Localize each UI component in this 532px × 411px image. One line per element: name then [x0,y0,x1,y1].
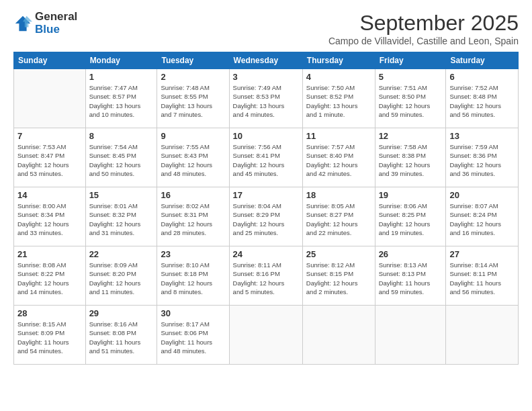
day-number: 5 [379,72,443,82]
calendar-cell [302,306,375,365]
week-row-2: 7Sunrise: 7:53 AM Sunset: 8:47 PM Daylig… [14,128,519,187]
day-info: Sunrise: 8:13 AM Sunset: 8:13 PM Dayligh… [379,261,443,296]
day-info: Sunrise: 7:47 AM Sunset: 8:57 PM Dayligh… [89,83,154,119]
calendar-cell: 1Sunrise: 7:47 AM Sunset: 8:57 PM Daylig… [85,69,157,128]
calendar-cell: 9Sunrise: 7:55 AM Sunset: 8:43 PM Daylig… [157,128,229,187]
calendar-cell: 8Sunrise: 7:54 AM Sunset: 8:45 PM Daylig… [85,128,157,187]
header-day-friday: Friday [375,52,446,69]
day-number: 30 [161,308,225,318]
week-row-1: 1Sunrise: 7:47 AM Sunset: 8:57 PM Daylig… [14,69,519,128]
day-info: Sunrise: 7:50 AM Sunset: 8:52 PM Dayligh… [306,83,371,119]
header-day-monday: Monday [85,52,157,69]
logo-general: General [35,11,77,24]
calendar-cell: 22Sunrise: 8:09 AM Sunset: 8:20 PM Dayli… [85,246,157,306]
day-info: Sunrise: 8:00 AM Sunset: 8:34 PM Dayligh… [17,201,82,237]
calendar-cell: 10Sunrise: 7:56 AM Sunset: 8:41 PM Dayli… [229,128,302,187]
day-info: Sunrise: 7:57 AM Sunset: 8:40 PM Dayligh… [306,142,371,178]
calendar-cell [14,69,86,128]
day-number: 26 [379,249,443,259]
header-day-wednesday: Wednesday [229,52,302,69]
logo-text: General Blue [35,11,77,36]
calendar-cell: 21Sunrise: 8:08 AM Sunset: 8:22 PM Dayli… [14,246,86,306]
day-number: 27 [449,249,515,259]
day-info: Sunrise: 7:54 AM Sunset: 8:45 PM Dayligh… [89,142,154,178]
day-number: 19 [379,190,443,200]
day-info: Sunrise: 7:52 AM Sunset: 8:48 PM Dayligh… [449,83,515,119]
calendar-cell: 17Sunrise: 8:04 AM Sunset: 8:29 PM Dayli… [229,187,302,246]
day-number: 1 [89,72,154,82]
header-day-tuesday: Tuesday [157,52,229,69]
day-info: Sunrise: 8:04 AM Sunset: 8:29 PM Dayligh… [233,201,299,237]
week-row-3: 14Sunrise: 8:00 AM Sunset: 8:34 PM Dayli… [14,187,519,246]
day-info: Sunrise: 8:09 AM Sunset: 8:20 PM Dayligh… [89,261,154,296]
day-number: 9 [161,131,225,141]
calendar-cell: 18Sunrise: 8:05 AM Sunset: 8:27 PM Dayli… [302,187,375,246]
day-info: Sunrise: 8:15 AM Sunset: 8:09 PM Dayligh… [17,320,82,355]
calendar-cell: 30Sunrise: 8:17 AM Sunset: 8:06 PM Dayli… [157,306,229,365]
day-info: Sunrise: 7:58 AM Sunset: 8:38 PM Dayligh… [379,142,443,178]
day-info: Sunrise: 8:08 AM Sunset: 8:22 PM Dayligh… [17,261,82,296]
calendar-cell [375,306,446,365]
header-day-sunday: Sunday [14,52,86,69]
calendar-cell: 28Sunrise: 8:15 AM Sunset: 8:09 PM Dayli… [14,306,86,365]
calendar-cell: 7Sunrise: 7:53 AM Sunset: 8:47 PM Daylig… [14,128,86,187]
day-number: 21 [17,249,82,259]
header: General Blue September 2025 Campo de Vil… [13,11,519,46]
calendar-cell: 5Sunrise: 7:51 AM Sunset: 8:50 PM Daylig… [375,69,446,128]
day-info: Sunrise: 7:56 AM Sunset: 8:41 PM Dayligh… [233,142,299,178]
calendar-header: SundayMondayTuesdayWednesdayThursdayFrid… [14,52,519,69]
header-row: SundayMondayTuesdayWednesdayThursdayFrid… [14,52,519,69]
day-info: Sunrise: 8:16 AM Sunset: 8:08 PM Dayligh… [89,320,154,355]
day-info: Sunrise: 7:49 AM Sunset: 8:53 PM Dayligh… [233,83,299,119]
calendar-cell [446,306,519,365]
day-info: Sunrise: 8:17 AM Sunset: 8:06 PM Dayligh… [161,320,225,355]
calendar-cell: 3Sunrise: 7:49 AM Sunset: 8:53 PM Daylig… [229,69,302,128]
calendar-cell: 14Sunrise: 8:00 AM Sunset: 8:34 PM Dayli… [14,187,86,246]
day-info: Sunrise: 8:07 AM Sunset: 8:24 PM Dayligh… [449,201,515,237]
calendar-body: 1Sunrise: 7:47 AM Sunset: 8:57 PM Daylig… [14,69,519,365]
header-day-saturday: Saturday [446,52,519,69]
day-info: Sunrise: 8:11 AM Sunset: 8:16 PM Dayligh… [233,261,299,296]
day-number: 2 [161,72,225,82]
day-number: 14 [17,190,82,200]
day-info: Sunrise: 7:53 AM Sunset: 8:47 PM Dayligh… [17,142,82,178]
day-number: 10 [233,131,299,141]
day-number: 6 [449,72,515,82]
calendar-cell: 20Sunrise: 8:07 AM Sunset: 8:24 PM Dayli… [446,187,519,246]
day-info: Sunrise: 7:59 AM Sunset: 8:36 PM Dayligh… [449,142,515,178]
day-info: Sunrise: 8:10 AM Sunset: 8:18 PM Dayligh… [161,261,225,296]
logo: General Blue [13,11,77,36]
logo-blue: Blue [35,24,77,36]
month-title: September 2025 [328,11,519,36]
week-row-4: 21Sunrise: 8:08 AM Sunset: 8:22 PM Dayli… [14,246,519,306]
day-info: Sunrise: 8:14 AM Sunset: 8:11 PM Dayligh… [449,261,515,296]
calendar-cell: 15Sunrise: 8:01 AM Sunset: 8:32 PM Dayli… [85,187,157,246]
calendar-cell: 25Sunrise: 8:12 AM Sunset: 8:15 PM Dayli… [302,246,375,306]
page: General Blue September 2025 Campo de Vil… [0,0,532,375]
day-number: 3 [233,72,299,82]
day-number: 12 [379,131,443,141]
calendar-cell: 19Sunrise: 8:06 AM Sunset: 8:25 PM Dayli… [375,187,446,246]
subtitle: Campo de Villavidel, Castille and Leon, … [328,36,519,46]
calendar-cell: 27Sunrise: 8:14 AM Sunset: 8:11 PM Dayli… [446,246,519,306]
calendar-cell: 2Sunrise: 7:48 AM Sunset: 8:55 PM Daylig… [157,69,229,128]
calendar-cell: 24Sunrise: 8:11 AM Sunset: 8:16 PM Dayli… [229,246,302,306]
calendar-cell [229,306,302,365]
day-number: 24 [233,249,299,259]
day-number: 17 [233,190,299,200]
calendar-cell: 11Sunrise: 7:57 AM Sunset: 8:40 PM Dayli… [302,128,375,187]
day-number: 16 [161,190,225,200]
day-info: Sunrise: 8:06 AM Sunset: 8:25 PM Dayligh… [379,201,443,237]
calendar-table: SundayMondayTuesdayWednesdayThursdayFrid… [13,52,519,365]
day-number: 23 [161,249,225,259]
day-number: 25 [306,249,371,259]
day-number: 13 [449,131,515,141]
day-info: Sunrise: 8:01 AM Sunset: 8:32 PM Dayligh… [89,201,154,237]
title-block: September 2025 Campo de Villavidel, Cast… [328,11,519,46]
calendar-cell: 23Sunrise: 8:10 AM Sunset: 8:18 PM Dayli… [157,246,229,306]
week-row-5: 28Sunrise: 8:15 AM Sunset: 8:09 PM Dayli… [14,306,519,365]
calendar-cell: 26Sunrise: 8:13 AM Sunset: 8:13 PM Dayli… [375,246,446,306]
calendar-cell: 29Sunrise: 8:16 AM Sunset: 8:08 PM Dayli… [85,306,157,365]
day-number: 28 [17,308,82,318]
day-number: 8 [89,131,154,141]
